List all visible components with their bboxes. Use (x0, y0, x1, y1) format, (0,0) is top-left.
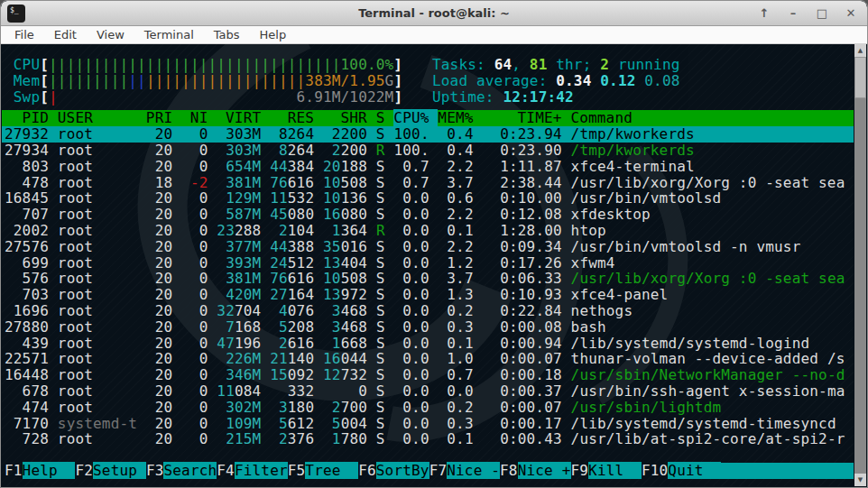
mem-meter: Mem[|||||||||||||||||||||||||||||383M/1.… (2, 73, 854, 89)
fkey-f9[interactable]: F9Kill (571, 463, 642, 479)
process-row-16448[interactable]: 16448 root 20 0 346M 15092 12732 S 0.0 0… (2, 367, 854, 383)
process-row-576[interactable]: 576 root 20 0 381M 76616 10508 S 0.0 3.7… (2, 271, 854, 287)
function-key-bar: F1Help F2Setup F3SearchF4FilterF5Tree F6… (2, 463, 854, 479)
fkey-bar-fill (721, 463, 854, 479)
load-average: Load average: 0.34 0.12 0.08 (429, 73, 680, 89)
menu-edit[interactable]: Edit (44, 28, 87, 41)
minimize-icon[interactable]: – (786, 6, 800, 21)
fkey-f1[interactable]: F1Help (5, 463, 75, 479)
process-row-678[interactable]: 678 root 20 0 11084 332 0 S 0.0 0.0 0:00… (2, 383, 854, 400)
shade-icon[interactable]: ↑ (757, 6, 771, 21)
menu-view[interactable]: View (87, 28, 134, 41)
menu-tabs[interactable]: Tabs (204, 28, 250, 41)
process-row-803[interactable]: 803 root 20 0 654M 44384 20188 S 0.7 2.2… (2, 159, 854, 175)
scrollbar[interactable]: ▲ ▼ (854, 44, 866, 486)
htop-info: Tasks: 64, 81 thr; 2 running Load averag… (429, 57, 680, 105)
process-row-16845[interactable]: 16845 root 20 0 129M 11532 10136 S 0.0 0… (2, 190, 854, 207)
menu-file[interactable]: File (5, 28, 44, 41)
menu-help[interactable]: Help (250, 28, 297, 41)
process-row-22571[interactable]: 22571 root 20 0 226M 21140 16044 S 0.0 1… (2, 351, 854, 367)
terminal-window: $_ Terminal - root@kali: ~ ↑ – □ ✕ FileE… (0, 0, 868, 488)
sort-column-cpu[interactable]: CPU% (393, 109, 438, 126)
cpu-meter: CPU[|||||||||||||||||||||||||||||||||100… (2, 57, 854, 73)
scrollbar-up-icon[interactable]: ▲ (854, 44, 866, 57)
titlebar[interactable]: $_ Terminal - root@kali: ~ ↑ – □ ✕ (1, 1, 867, 26)
tasks-summary: Tasks: 64, 81 thr; 2 running (429, 57, 680, 73)
scrollbar-thumb[interactable] (854, 57, 866, 98)
fkey-f2[interactable]: F2Setup (75, 463, 145, 479)
process-table: 27932 root 20 0 303M 8264 2200 S 100. 0.… (2, 126, 854, 447)
process-row-1696[interactable]: 1696 root 20 0 32704 4076 3468 S 0.0 0.2… (2, 303, 854, 319)
swp-meter: Swp[| 6.91M/1022M] (2, 89, 854, 106)
process-row-439[interactable]: 439 root 20 0 47196 2616 1668 S 0.0 0.1 … (2, 336, 854, 352)
menu-terminal[interactable]: Terminal (134, 28, 204, 41)
process-row-27934[interactable]: 27934 root 20 0 303M 8264 2200 R 100. 0.… (2, 143, 854, 159)
fkey-f8[interactable]: F8Nice + (500, 463, 570, 479)
process-row-707[interactable]: 707 root 20 0 587M 45080 16080 S 0.0 2.2… (2, 207, 854, 223)
fkey-f7[interactable]: F7Nice - (429, 463, 500, 479)
process-row-474[interactable]: 474 root 20 0 302M 3180 2700 S 0.0 0.2 0… (2, 400, 854, 416)
fkey-f10[interactable]: F10Quit (642, 463, 721, 479)
process-row-478[interactable]: 478 root 18 -2 381M 76616 10508 S 0.7 3.… (2, 175, 854, 191)
menubar: FileEditViewTerminalTabsHelp (1, 26, 867, 44)
fkey-f5[interactable]: F5Tree (288, 463, 358, 479)
process-row-7170[interactable]: 7170 systemd-t 20 0 109M 5612 5004 S 0.0… (2, 416, 854, 432)
htop-meters: CPU[|||||||||||||||||||||||||||||||||100… (2, 57, 854, 105)
window-title: Terminal - root@kali: ~ (1, 6, 867, 20)
process-row-728[interactable]: 728 root 20 0 215M 2376 1780 S 0.0 0.1 0… (2, 431, 854, 447)
terminal-icon: $_ (7, 5, 25, 23)
process-row-2002[interactable]: 2002 root 20 0 23288 2104 1364 R 0.0 0.1… (2, 223, 854, 239)
process-row-27880[interactable]: 27880 root 20 0 7168 5208 3468 S 0.0 0.3… (2, 319, 854, 336)
terminal-screen[interactable]: CPU[|||||||||||||||||||||||||||||||||100… (2, 44, 854, 486)
process-row-27576[interactable]: 27576 root 20 0 377M 44388 35016 S 0.0 2… (2, 239, 854, 255)
maximize-icon[interactable]: □ (815, 6, 829, 21)
process-table-header[interactable]: PID USER PRI NI VIRT RES SHR S CPU% MEM%… (2, 110, 854, 126)
fkey-f6[interactable]: F6SortBy (358, 463, 429, 479)
fkey-f3[interactable]: F3Search (146, 463, 217, 479)
scrollbar-down-icon[interactable]: ▼ (854, 474, 866, 486)
fkey-f4[interactable]: F4Filter (217, 463, 287, 479)
process-row-27932[interactable]: 27932 root 20 0 303M 8264 2200 S 100. 0.… (2, 126, 854, 143)
process-row-699[interactable]: 699 root 20 0 393M 24512 13404 S 0.0 1.2… (2, 255, 854, 272)
close-icon[interactable]: ✕ (844, 6, 858, 21)
uptime: Uptime: 12:17:42 (429, 89, 680, 106)
process-row-703[interactable]: 703 root 20 0 420M 27164 13972 S 0.0 1.3… (2, 287, 854, 303)
